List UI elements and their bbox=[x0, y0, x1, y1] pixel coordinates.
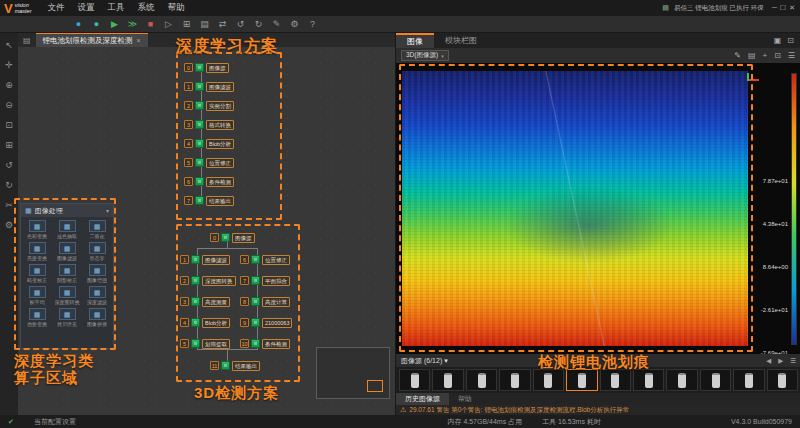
thumbnail-6[interactable] bbox=[566, 369, 597, 391]
menu-item-帮助[interactable]: 帮助 bbox=[167, 2, 184, 14]
collapse-icon[interactable]: ▾ bbox=[106, 207, 109, 214]
palette-item[interactable]: ▦图像拼接 bbox=[83, 308, 111, 327]
pin-icon[interactable]: ▣ bbox=[774, 36, 782, 45]
palette-item[interactable]: ▦深度图转换 bbox=[53, 286, 81, 305]
palette-item[interactable]: ▦阴影校正 bbox=[53, 264, 81, 283]
snip-icon[interactable]: ✂ bbox=[5, 201, 13, 210]
menu-icon[interactable]: ☰ bbox=[788, 51, 795, 60]
layers-icon[interactable]: ▤ bbox=[748, 51, 756, 60]
palette-item[interactable]: ▦畸变校正 bbox=[23, 264, 51, 283]
thumbnail-1[interactable] bbox=[399, 369, 430, 391]
settings-gear-icon[interactable]: ⚙ bbox=[288, 17, 301, 32]
palette-item[interactable]: ▦深度滤波 bbox=[83, 286, 111, 305]
edit-icon[interactable]: ✎ bbox=[270, 17, 283, 32]
maximize-icon[interactable]: ☐ bbox=[780, 4, 786, 11]
redo-icon[interactable]: ↻ bbox=[252, 17, 265, 32]
palette-item[interactable]: ▦图像增强 bbox=[83, 264, 111, 283]
fit-icon[interactable]: ⊡ bbox=[774, 51, 781, 60]
flow-node[interactable]: 2实例分割 bbox=[184, 100, 234, 111]
thumbnail-10[interactable] bbox=[700, 369, 731, 391]
menu-item-系统[interactable]: 系统 bbox=[137, 2, 154, 14]
flow-node[interactable]: 4Blob分析 bbox=[180, 317, 230, 328]
palette-item[interactable]: ▦二值化 bbox=[83, 220, 111, 239]
menu-item-设置[interactable]: 设置 bbox=[77, 2, 94, 14]
undo-icon[interactable]: ↺ bbox=[5, 161, 13, 170]
settings-icon[interactable]: ⚙ bbox=[5, 221, 13, 230]
tab-solution[interactable]: 锂电池划痕检测及深度检测 × bbox=[36, 33, 148, 47]
viewer-tab-模块栏图[interactable]: 模块栏图 bbox=[434, 33, 488, 48]
flow-node[interactable]: 1图像滤波 bbox=[180, 254, 230, 265]
flow-node[interactable]: 5划痕提取 bbox=[180, 338, 230, 349]
tab-close-icon[interactable]: × bbox=[137, 37, 141, 44]
flow-node[interactable]: 2深度图转换 bbox=[180, 275, 236, 286]
palette-item[interactable]: ▦亮度变换 bbox=[23, 242, 51, 261]
image-source-strip-label[interactable]: 图像源 (6/12) ▾ bbox=[401, 356, 448, 366]
flow-node[interactable]: 6位置修正 bbox=[240, 254, 290, 265]
image-source-dropdown[interactable]: 3D(图像源) ▾ bbox=[401, 50, 449, 61]
thumbnail-12[interactable] bbox=[767, 369, 798, 391]
flow-node[interactable]: 8高度计算 bbox=[240, 296, 290, 307]
palette-item[interactable]: ▦色彩变换 bbox=[23, 220, 51, 239]
expand-icon[interactable]: ⊡ bbox=[787, 36, 794, 45]
grid-view-icon[interactable]: ⊞ bbox=[180, 17, 193, 32]
fit-view-icon[interactable]: ⊡ bbox=[5, 121, 13, 130]
strip-menu-icon[interactable]: ☰ bbox=[790, 357, 796, 365]
flow-node[interactable]: 10条件检测 bbox=[240, 338, 290, 349]
camera-live-icon[interactable]: ● bbox=[90, 17, 103, 32]
flow-node[interactable]: 0图像源 bbox=[184, 62, 229, 73]
bottom-tab-历史图像源[interactable]: 历史图像源 bbox=[396, 393, 449, 405]
thumbnail-4[interactable] bbox=[499, 369, 530, 391]
layout-icon[interactable]: ▤ bbox=[198, 17, 211, 32]
bottom-tab-帮助[interactable]: 帮助 bbox=[449, 393, 481, 405]
flow-node[interactable]: 7平面拟合 bbox=[240, 275, 290, 286]
edit-icon[interactable]: ✎ bbox=[734, 51, 741, 60]
flow-canvas-body[interactable]: ▦ 图像处理 ▾ ▦色彩变换▦浅色抽取▦二值化▦亮度变换▦图像滤波▦形态学▦畸变… bbox=[18, 47, 395, 415]
prev-image-icon[interactable]: ◀ bbox=[766, 357, 771, 365]
run-once-icon[interactable]: ▶ bbox=[108, 17, 121, 32]
undo-icon[interactable]: ↺ bbox=[234, 17, 247, 32]
canvas-menu-icon[interactable]: ▤ bbox=[18, 36, 36, 45]
palette-item[interactable]: ▦浅色抽取 bbox=[53, 220, 81, 239]
grid-icon[interactable]: ⊞ bbox=[5, 141, 13, 150]
menu-item-文件[interactable]: 文件 bbox=[47, 2, 64, 14]
palette-item[interactable]: ▦图像滤波 bbox=[53, 242, 81, 261]
thumbnail-9[interactable] bbox=[666, 369, 697, 391]
thumbnail-2[interactable] bbox=[432, 369, 463, 391]
flow-node[interactable]: 3高度测量 bbox=[180, 296, 230, 307]
palette-item[interactable]: ▦形态学 bbox=[83, 242, 111, 261]
flow-node[interactable]: 4Blob分析 bbox=[184, 138, 234, 149]
image-viewer[interactable]: 7.87e+014.38e+018.64e+00-2.61e+01-7.69e+… bbox=[396, 63, 800, 354]
minimize-icon[interactable]: ─ bbox=[772, 4, 777, 11]
palette-item[interactable]: ▦拷贝填充 bbox=[53, 308, 81, 327]
flow-node[interactable]: 0图像源 bbox=[210, 232, 255, 243]
zoom-out-icon[interactable]: ⊖ bbox=[5, 101, 13, 110]
flow-node[interactable]: 11结果输出 bbox=[210, 360, 260, 371]
palette-header[interactable]: ▦ 图像处理 ▾ bbox=[21, 204, 113, 217]
flow-node[interactable]: 921000063 bbox=[240, 317, 292, 328]
minimap-viewport-rect[interactable] bbox=[367, 380, 383, 392]
flow-node[interactable]: 1图像滤波 bbox=[184, 81, 234, 92]
viewer-tab-图像[interactable]: 图像 bbox=[396, 33, 434, 48]
thumbnail-7[interactable] bbox=[600, 369, 631, 391]
cursor-icon[interactable]: ↖ bbox=[5, 41, 13, 50]
help-icon[interactable]: ? bbox=[306, 17, 319, 32]
flow-node[interactable]: 7结果输出 bbox=[184, 195, 234, 206]
flow-node[interactable]: 6条件检测 bbox=[184, 176, 234, 187]
flow-node[interactable]: 5位置修正 bbox=[184, 157, 234, 168]
palette-item[interactable]: ▦帧平均 bbox=[23, 286, 51, 305]
stop-icon[interactable]: ■ bbox=[144, 17, 157, 32]
step-icon[interactable]: ▷ bbox=[162, 17, 175, 32]
swap-icon[interactable]: ⇄ bbox=[216, 17, 229, 32]
menu-item-工具[interactable]: 工具 bbox=[107, 2, 124, 14]
zoom-in-icon[interactable]: ⊕ bbox=[5, 81, 13, 90]
run-all-icon[interactable]: ≫ bbox=[126, 17, 139, 32]
thumbnail-3[interactable] bbox=[466, 369, 497, 391]
overview-minimap[interactable] bbox=[316, 347, 390, 399]
flow-node[interactable]: 3格式转换 bbox=[184, 119, 234, 130]
thumbnail-11[interactable] bbox=[733, 369, 764, 391]
close-icon[interactable]: ✕ bbox=[789, 4, 795, 11]
redo-icon[interactable]: ↻ bbox=[5, 181, 13, 190]
palette-item[interactable]: ▦仿射变换 bbox=[23, 308, 51, 327]
camera-connect-icon[interactable]: ● bbox=[72, 17, 85, 32]
thumbnail-8[interactable] bbox=[633, 369, 664, 391]
